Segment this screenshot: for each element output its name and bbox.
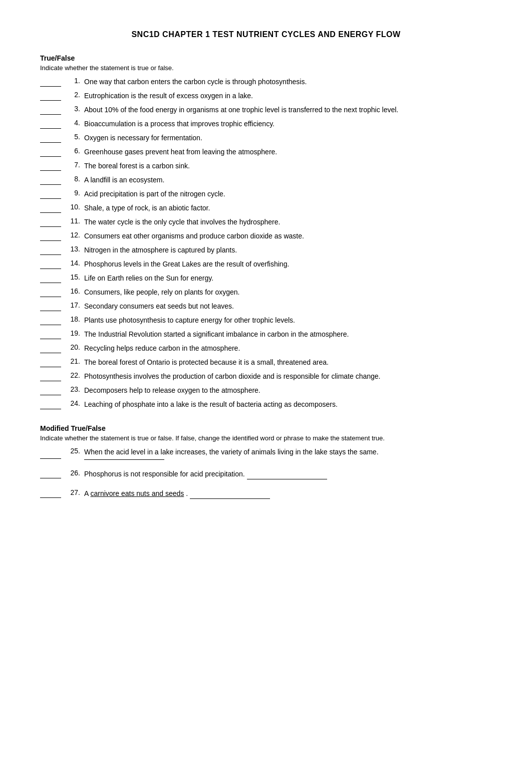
answer-blank[interactable] — [40, 128, 61, 129]
question-number: 17. — [66, 301, 80, 309]
answer-blank[interactable] — [40, 254, 61, 255]
answer-blank[interactable] — [40, 478, 61, 478]
answer-blank[interactable] — [40, 325, 61, 325]
answer-blank[interactable] — [40, 240, 61, 241]
answer-blank[interactable] — [40, 114, 61, 115]
question-item: 10.Shale, a type of rock, is an abiotic … — [40, 203, 492, 214]
question-item: 23.Decomposers help to release oxygen to… — [40, 385, 492, 396]
answer-blank[interactable] — [40, 297, 61, 297]
truefalse-instruction: Indicate whether the statement is true o… — [40, 64, 492, 72]
question-number: 25. — [66, 447, 80, 455]
question-number: 22. — [66, 371, 80, 379]
modified-question-text: Phosphorus is not responsible for acid p… — [84, 469, 492, 479]
answer-blank[interactable] — [40, 212, 61, 213]
answer-blank[interactable] — [40, 353, 61, 353]
modified-question-item: 25.When the acid level in a lake increas… — [40, 447, 492, 460]
question-item: 20.Recycling helps reduce carbon in the … — [40, 343, 492, 354]
question-item: 21.The boreal forest of Ontario is prote… — [40, 357, 492, 368]
modified-question-content: Phosphorus is not responsible for acid p… — [84, 469, 492, 479]
question-number: 18. — [66, 315, 80, 323]
question-number: 27. — [66, 488, 80, 496]
answer-blank[interactable] — [40, 339, 61, 339]
question-number: 26. — [66, 469, 80, 477]
answer-blank[interactable] — [40, 142, 61, 143]
question-number: 7. — [66, 161, 80, 169]
answer-blank[interactable] — [40, 100, 61, 101]
answer-blank[interactable] — [40, 226, 61, 227]
question-item: 11.The water cycle is the only cycle tha… — [40, 217, 492, 228]
modified-instruction: Indicate whether the statement is true o… — [40, 434, 492, 442]
question-item: 7.The boreal forest is a carbon sink. — [40, 161, 492, 172]
question-number: 20. — [66, 343, 80, 351]
question-text: The boreal forest is a carbon sink. — [84, 161, 492, 171]
question-text: Decomposers help to release oxygen to th… — [84, 385, 492, 396]
question-text: Bioaccumulation is a process that improv… — [84, 119, 492, 129]
fill-line[interactable] — [190, 498, 270, 499]
truefalse-question-list: 1.One way that carbon enters the carbon … — [40, 77, 492, 410]
question-item: 14.Phosphorus levels in the Great Lakes … — [40, 259, 492, 270]
question-item: 8.A landfill is an ecosystem. — [40, 175, 492, 186]
question-text: Photosynthesis involves the production o… — [84, 371, 492, 382]
modified-question-item: 27.A carnivore eats nuts and seeds . — [40, 488, 492, 499]
question-number: 5. — [66, 133, 80, 141]
question-text: Secondary consumers eat seeds but not le… — [84, 301, 492, 312]
answer-blank[interactable] — [40, 170, 61, 171]
question-item: 12.Consumers eat other organisms and pro… — [40, 231, 492, 242]
question-number: 11. — [66, 217, 80, 225]
question-item: 24.Leaching of phosphate into a lake is … — [40, 399, 492, 410]
question-text: Consumers, like people, rely on plants f… — [84, 287, 492, 298]
question-number: 10. — [66, 203, 80, 211]
question-item: 6.Greenhouse gases prevent heat from lea… — [40, 147, 492, 158]
fill-line[interactable] — [247, 479, 327, 479]
question-number: 4. — [66, 119, 80, 127]
truefalse-section: True/False Indicate whether the statemen… — [40, 54, 492, 410]
modified-question-item: 26.Phosphorus is not responsible for aci… — [40, 469, 492, 479]
question-item: 13.Nitrogen in the atmosphere is capture… — [40, 245, 492, 256]
underline-text: carnivore eats nuts and seeds — [90, 489, 184, 497]
answer-blank[interactable] — [40, 381, 61, 381]
question-number: 24. — [66, 399, 80, 407]
answer-blank[interactable] — [40, 311, 61, 311]
answer-blank[interactable] — [40, 86, 61, 87]
question-text: The Industrial Revolution started a sign… — [84, 329, 492, 340]
question-item: 2.Eutrophication is the result of excess… — [40, 91, 492, 102]
answer-blank[interactable] — [40, 156, 61, 157]
question-number: 9. — [66, 189, 80, 197]
question-text: Plants use photosynthesis to capture ene… — [84, 315, 492, 326]
fill-line-block[interactable] — [84, 459, 164, 460]
answer-blank[interactable] — [40, 458, 61, 459]
question-item: 4.Bioaccumulation is a process that impr… — [40, 119, 492, 130]
question-item: 22.Photosynthesis involves the productio… — [40, 371, 492, 382]
question-item: 19.The Industrial Revolution started a s… — [40, 329, 492, 340]
modified-section: Modified True/False Indicate whether the… — [40, 424, 492, 499]
question-number: 12. — [66, 231, 80, 239]
question-number: 21. — [66, 357, 80, 365]
question-number: 14. — [66, 259, 80, 267]
answer-blank[interactable] — [40, 497, 61, 498]
question-text: Recycling helps reduce carbon in the atm… — [84, 343, 492, 354]
answer-blank[interactable] — [40, 198, 61, 199]
question-number: 16. — [66, 287, 80, 295]
question-number: 6. — [66, 147, 80, 155]
question-text: Leaching of phosphate into a lake is the… — [84, 399, 492, 410]
question-item: 5.Oxygen is necessary for fermentation. — [40, 133, 492, 144]
question-number: 15. — [66, 273, 80, 281]
question-number: 19. — [66, 329, 80, 337]
answer-blank[interactable] — [40, 409, 61, 409]
modified-question-content: A carnivore eats nuts and seeds . — [84, 488, 492, 499]
question-text: One way that carbon enters the carbon cy… — [84, 77, 492, 87]
modified-question-text: A carnivore eats nuts and seeds . — [84, 488, 492, 499]
answer-blank[interactable] — [40, 184, 61, 185]
answer-blank[interactable] — [40, 269, 61, 269]
answer-blank[interactable] — [40, 283, 61, 283]
modified-question-content: When the acid level in a lake increases,… — [84, 447, 492, 460]
question-item: 18.Plants use photosynthesis to capture … — [40, 315, 492, 326]
question-text: The water cycle is the only cycle that i… — [84, 217, 492, 227]
question-number: 2. — [66, 91, 80, 99]
answer-blank[interactable] — [40, 395, 61, 395]
answer-blank[interactable] — [40, 367, 61, 367]
question-text: The boreal forest of Ontario is protecte… — [84, 357, 492, 368]
question-text: Nitrogen in the atmosphere is captured b… — [84, 245, 492, 255]
page-title: SNC1D CHAPTER 1 TEST NUTRIENT CYCLES AND… — [40, 30, 492, 39]
question-number: 13. — [66, 245, 80, 253]
